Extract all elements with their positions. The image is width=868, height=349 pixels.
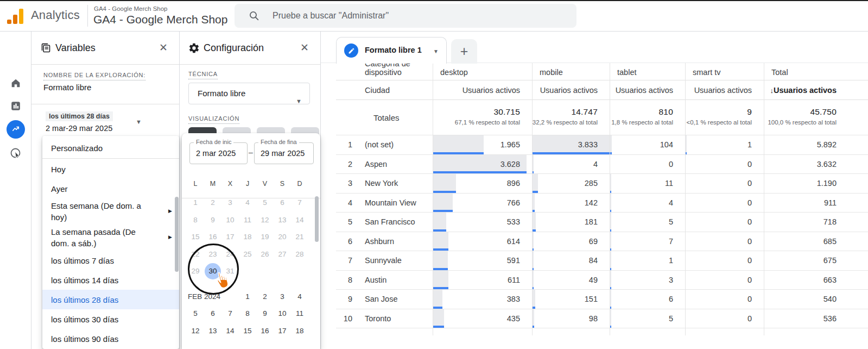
calendar-day[interactable]: 9	[256, 309, 274, 317]
calendar-day[interactable]: 26	[256, 250, 274, 258]
row-rank: 10	[336, 309, 352, 328]
explore-nav-icon-active[interactable]	[0, 120, 31, 139]
calendar-day[interactable]: 10	[221, 216, 239, 224]
variables-close-icon[interactable]: ✕	[157, 42, 169, 54]
metric-column-header[interactable]: Usuarios activos	[433, 80, 532, 99]
calendar-day[interactable]: 2	[204, 198, 221, 207]
calendar-day[interactable]: 14	[221, 327, 239, 335]
metric-cell: 0	[685, 251, 764, 270]
menu-item[interactable]: Personalizado	[42, 138, 179, 158]
calendar-day[interactable]: 8	[239, 309, 256, 317]
calendar-day[interactable]: 16	[256, 327, 274, 335]
calendar-day[interactable]: 12	[256, 216, 274, 224]
city-cell: 5San Francisco	[336, 213, 433, 232]
calendar-day[interactable]: 6	[204, 309, 221, 317]
calendar-day[interactable]: 18	[291, 327, 308, 335]
calendar-day[interactable]: 15	[239, 327, 256, 335]
calendar-day[interactable]: 27	[274, 250, 291, 258]
value-bar	[433, 174, 456, 193]
daterange-chip[interactable]: los últimos 28 días	[46, 111, 113, 121]
tab-formato-libre-1[interactable]: Formato libre 1 ▼	[336, 37, 447, 64]
window-top-edge	[0, 0, 868, 1]
metric-column-header[interactable]: Usuarios activos	[610, 80, 685, 99]
menu-item[interactable]: los últimos 90 días	[42, 329, 179, 348]
calendar-day[interactable]: 28	[291, 250, 308, 258]
metric-cell: 675	[764, 251, 868, 270]
metric-column-header[interactable]: Usuarios activos	[685, 80, 764, 99]
daterange-value[interactable]: 2 mar-29 mar 2025	[46, 124, 112, 133]
row-rank: 8	[336, 271, 352, 290]
end-date-field[interactable]: Fecha de fina 29 mar 2025	[254, 142, 314, 164]
property-selector[interactable]: GA4 - Google Merch Shop	[93, 13, 227, 26]
calendar-day[interactable]: 9	[204, 216, 221, 224]
calendar-day[interactable]: 12	[187, 327, 204, 335]
calendar-day[interactable]: 1	[187, 198, 204, 207]
calendar-day[interactable]: 17	[221, 233, 239, 241]
exploration-name-value[interactable]: Formato libre	[43, 83, 91, 92]
calendar-day[interactable]: 8	[187, 216, 204, 224]
menu-item[interactable]: los últimos 28 días	[42, 290, 179, 309]
advertising-nav-icon[interactable]	[0, 144, 31, 163]
app-header: Analytics GA4 - Google Merch Shop GA4 - …	[0, 0, 868, 32]
calendar-day[interactable]: 7	[291, 198, 308, 207]
calendar-day[interactable]: 14	[291, 216, 308, 224]
home-nav-icon[interactable]	[0, 73, 31, 93]
city-column-header[interactable]: Ciudad	[336, 80, 433, 99]
menu-item[interactable]: los últimos 30 días	[42, 309, 179, 329]
date-range-dash: –	[249, 148, 253, 157]
calendar-day[interactable]: 20	[274, 233, 291, 241]
technique-select[interactable]: Formato libre ▼	[188, 83, 310, 104]
datepicker-scrollbar[interactable]	[315, 196, 319, 242]
calendar-day[interactable]: 16	[204, 233, 221, 241]
start-date-field[interactable]: Fecha de inic 2 mar 2025	[189, 142, 248, 164]
metric-cell: 591	[433, 251, 532, 270]
row-rank: 7	[336, 251, 352, 270]
calendar-day[interactable]: 7	[221, 309, 239, 317]
calendar-day[interactable]: 3	[274, 292, 291, 301]
calendar-day[interactable]: 13	[274, 216, 291, 224]
calendar-day[interactable]: 25	[239, 250, 256, 258]
calendar-day[interactable]: 18	[239, 233, 256, 241]
start-date-label: Fecha de inic	[194, 139, 233, 145]
weekday-label: V	[256, 180, 274, 188]
menu-item[interactable]: Hoy	[42, 159, 179, 179]
add-tab-button[interactable]: +	[451, 39, 477, 64]
menu-item[interactable]: Esta semana (De dom. a hoy)▶	[42, 198, 179, 225]
daterange-caret-icon[interactable]: ▼	[136, 119, 142, 125]
metric-column-header[interactable]: ↓Usuarios activos	[764, 80, 868, 99]
search-input[interactable]: Pruebe a buscar "Administrar"	[235, 4, 576, 28]
calendar-day[interactable]: 3	[221, 198, 239, 207]
menu-item[interactable]: Ayer	[42, 179, 179, 198]
dropdown-scrollbar[interactable]	[175, 197, 179, 272]
calendar-day[interactable]: 10	[274, 309, 291, 317]
value-bar	[433, 213, 446, 232]
calendar-day[interactable]: 17	[274, 327, 291, 335]
menu-item[interactable]: los últimos 14 días	[42, 270, 179, 290]
calendar-day[interactable]: 19	[256, 233, 274, 241]
city-name: Sunnyvale	[365, 251, 402, 270]
calendar-day[interactable]: 11	[239, 216, 256, 224]
calendar-day[interactable]: 6	[274, 198, 291, 207]
calendar-day[interactable]: 15	[187, 233, 204, 241]
city-name: Ashburn	[365, 232, 394, 251]
variables-icon	[40, 42, 52, 54]
calendar-day[interactable]: 1	[239, 292, 256, 301]
metric-cell: 5	[610, 309, 685, 328]
calendar-day[interactable]: 5	[187, 309, 204, 317]
reports-nav-icon[interactable]	[0, 96, 31, 116]
calendar-day[interactable]: 4	[291, 292, 308, 301]
menu-item[interactable]: los últimos 7 días	[42, 251, 179, 270]
metric-cell: 766	[433, 194, 532, 213]
calendar-day[interactable]: 5	[256, 198, 274, 207]
calendar-day[interactable]: 21	[291, 233, 308, 241]
calendar-day[interactable]: 2	[256, 292, 274, 301]
settings-close-icon[interactable]: ✕	[299, 42, 311, 54]
menu-item[interactable]: La semana pasada (De dom. a sáb.)▶	[42, 225, 179, 251]
calendar-day[interactable]: 11	[291, 309, 308, 317]
calendar-week-row: 12131415161718	[187, 322, 313, 340]
metric-column-header[interactable]: Usuarios activos	[532, 80, 610, 99]
calendar-day[interactable]: 4	[239, 198, 256, 207]
metric-cell: 1.190	[764, 174, 868, 193]
tab-caret-icon[interactable]: ▼	[433, 48, 439, 54]
calendar-day[interactable]: 13	[204, 327, 221, 335]
